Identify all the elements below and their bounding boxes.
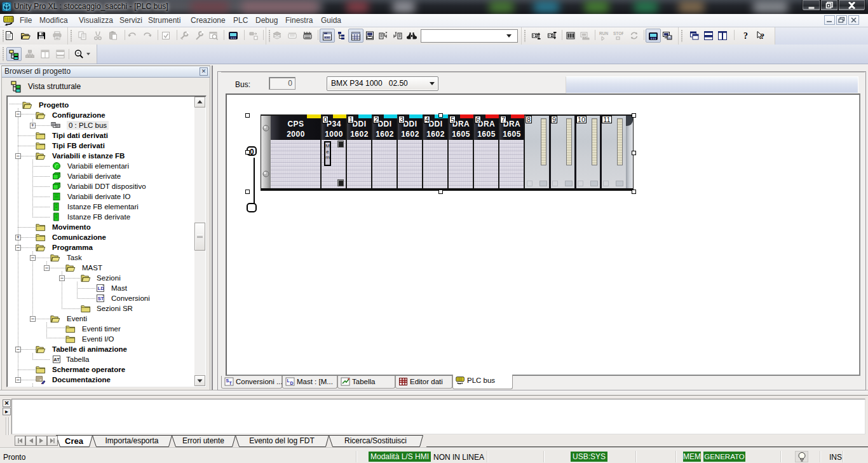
svg-text:?: ? (743, 31, 748, 41)
svg-text:LD: LD (98, 286, 105, 291)
svg-text:?: ? (761, 32, 764, 41)
svg-text:ST: ST (98, 296, 104, 301)
svg-text:RUN: RUN (599, 31, 608, 36)
svg-text:AT: AT (53, 357, 60, 363)
svg-text:STOP: STOP (613, 31, 623, 36)
